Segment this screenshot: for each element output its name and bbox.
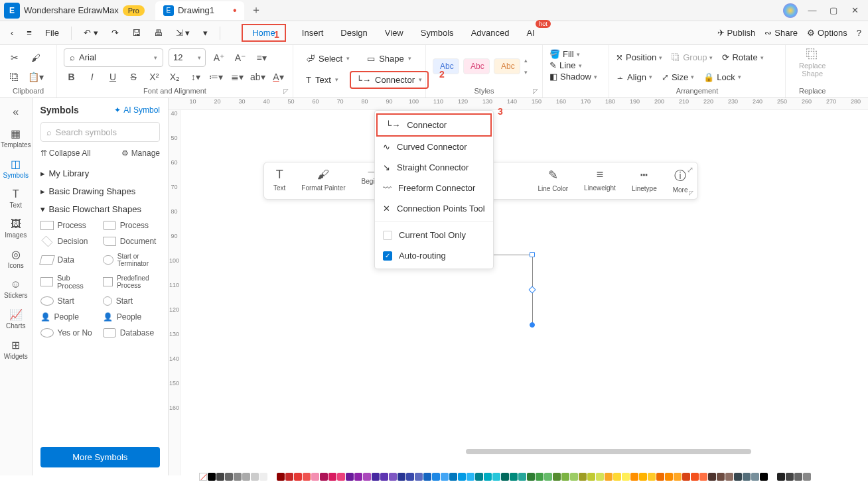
color-swatch[interactable] <box>596 473 604 481</box>
color-swatch[interactable] <box>561 473 569 481</box>
share-button[interactable]: ∾Share <box>764 28 798 38</box>
document-tab[interactable]: E Drawing1 • <box>155 1 245 20</box>
handle-corner[interactable] <box>530 252 535 257</box>
line-button[interactable]: ✎Line▾ <box>549 60 602 70</box>
tab-symbols[interactable]: Symbols <box>419 24 455 42</box>
style-preset-1[interactable]: Abc <box>433 58 459 74</box>
pin-icon[interactable]: ⤢ <box>687 165 693 174</box>
new-tab-button[interactable]: ＋ <box>248 3 264 19</box>
color-swatch[interactable] <box>656 473 664 481</box>
color-swatch[interactable] <box>354 473 362 481</box>
color-swatch[interactable] <box>320 473 328 481</box>
shape-start-oval[interactable]: Start <box>40 296 98 306</box>
user-avatar[interactable] <box>783 3 798 18</box>
italic-button[interactable]: I <box>84 69 100 85</box>
shape-process[interactable]: Process <box>40 221 98 230</box>
search-symbols-input[interactable]: ⌕ Search symbols <box>40 122 161 142</box>
shape-people[interactable]: 👤People <box>40 312 98 322</box>
ft-format-painter[interactable]: 🖌Format Painter <box>296 166 350 195</box>
color-swatch[interactable] <box>786 473 794 481</box>
color-swatch[interactable] <box>268 473 276 481</box>
color-swatch[interactable] <box>458 473 466 481</box>
color-swatch[interactable] <box>579 473 587 481</box>
bold-button[interactable]: B <box>64 69 79 85</box>
color-swatch[interactable] <box>415 473 423 481</box>
style-preset-3[interactable]: Abc <box>494 58 520 74</box>
shape-start-circle[interactable]: Start <box>103 296 160 306</box>
color-swatch[interactable] <box>768 473 776 481</box>
ft-line-color[interactable]: ✎Line Color <box>532 166 573 195</box>
group-button[interactable]: ⿻Group▾ <box>672 52 713 62</box>
color-swatch[interactable] <box>777 473 785 481</box>
color-swatch[interactable] <box>242 473 250 481</box>
tree-basic-flowchart[interactable]: ▾ Basic Flowchart Shapes <box>40 200 161 218</box>
save-button[interactable]: 🖫 <box>128 25 145 40</box>
nav-icons[interactable]: ◎Icons <box>1 244 31 273</box>
shape-document[interactable]: Document <box>103 237 160 246</box>
expand-icon[interactable]: ◸ <box>689 190 693 196</box>
color-swatch[interactable] <box>622 473 630 481</box>
color-swatch[interactable] <box>605 473 613 481</box>
dd-straight[interactable]: ↘Straight Connector <box>375 157 493 178</box>
color-swatch[interactable] <box>492 473 500 481</box>
color-swatch[interactable] <box>208 473 216 481</box>
color-swatch[interactable] <box>484 473 492 481</box>
text-case-button[interactable]: ab▾ <box>250 69 265 85</box>
text-color-button[interactable]: A▾ <box>271 69 286 85</box>
color-swatch[interactable] <box>216 473 224 481</box>
ft-linetype[interactable]: ┅Linetype <box>626 166 662 195</box>
tab-view[interactable]: View <box>384 24 405 42</box>
format-painter-button[interactable]: 🖌 <box>28 50 44 66</box>
underline-button[interactable]: U <box>105 69 120 85</box>
color-swatch[interactable] <box>294 473 302 481</box>
help-button[interactable]: ? <box>857 28 861 38</box>
color-swatch[interactable] <box>708 473 716 481</box>
color-swatch[interactable] <box>743 473 751 481</box>
collapse-nav-button[interactable]: « <box>9 102 23 122</box>
shape-subprocess[interactable]: Sub Process <box>40 274 98 290</box>
shape-people-alt[interactable]: 👤People <box>103 312 160 322</box>
more-qat-button[interactable]: ▾ <box>199 25 212 40</box>
dd-points[interactable]: ✕Connection Points Tool <box>375 198 493 219</box>
rotate-button[interactable]: ⟳Rotate▾ <box>722 52 763 62</box>
no-fill-swatch[interactable] <box>199 473 207 481</box>
color-swatch[interactable] <box>259 473 267 481</box>
nav-symbols[interactable]: ◫Symbols <box>1 154 31 183</box>
tab-design[interactable]: Design <box>339 24 368 42</box>
ai-symbol-button[interactable]: ✦AI Symbol <box>114 105 160 115</box>
ft-text[interactable]: TText <box>268 166 291 195</box>
dd-connector[interactable]: └→Connector <box>376 113 492 137</box>
canvas[interactable]: └→Connector ∿Curved Connector ↘Straight … <box>181 110 868 475</box>
nav-templates[interactable]: ▦Templates <box>1 123 31 153</box>
position-button[interactable]: ⤧Position▾ <box>616 52 662 62</box>
increase-font-button[interactable]: A⁺ <box>211 50 227 66</box>
publish-button[interactable]: ✈Publish <box>717 28 756 38</box>
nav-widgets[interactable]: ⊞Widgets <box>1 335 31 364</box>
style-up[interactable]: ▴ <box>524 57 528 64</box>
size-button[interactable]: ⤢Size▾ <box>662 72 694 82</box>
color-swatch[interactable] <box>441 473 449 481</box>
color-swatch[interactable] <box>544 473 552 481</box>
color-swatch[interactable] <box>760 473 768 481</box>
color-swatch[interactable] <box>389 473 397 481</box>
options-button[interactable]: ⚙Options <box>807 28 847 38</box>
color-swatch[interactable] <box>613 473 621 481</box>
ft-lineweight[interactable]: ≡Lineweight <box>579 166 621 195</box>
font-size-select[interactable]: 12▾ <box>169 48 206 67</box>
strike-button[interactable]: S <box>126 69 141 85</box>
color-swatch[interactable] <box>234 473 242 481</box>
shape-terminator[interactable]: Start or Terminator <box>103 253 160 267</box>
color-swatch[interactable] <box>363 473 371 481</box>
color-swatch[interactable] <box>311 473 319 481</box>
maximize-button[interactable]: ▢ <box>827 4 840 17</box>
color-swatch[interactable] <box>406 473 414 481</box>
shape-yes-no[interactable]: Yes or No <box>40 328 98 337</box>
more-symbols-button[interactable]: More Symbols <box>40 447 161 467</box>
dd-freeform[interactable]: 〰Freeform Connector <box>375 178 493 198</box>
color-swatch[interactable] <box>553 473 561 481</box>
color-swatch[interactable] <box>303 473 311 481</box>
color-swatch[interactable] <box>518 473 526 481</box>
tab-advanced[interactable]: Advanced <box>470 24 511 42</box>
numbers-button[interactable]: ≣▾ <box>230 69 245 85</box>
color-swatch[interactable] <box>587 473 595 481</box>
